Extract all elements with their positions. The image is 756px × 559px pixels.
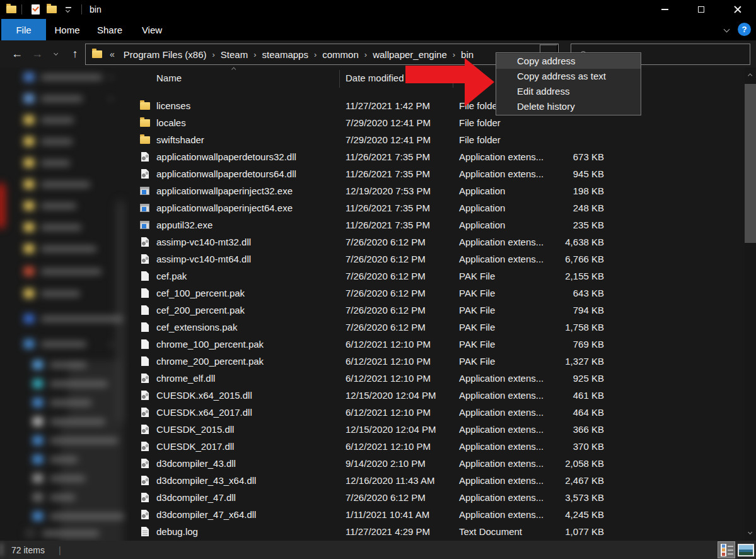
address-bar[interactable]: « Program Files (x86)›Steam›steamapps›co… — [85, 44, 559, 65]
file-row[interactable]: chrome_100_percent.pak6/12/2021 12:10 PM… — [132, 336, 745, 353]
file-row[interactable]: cef_100_percent.pak7/26/2020 6:12 PMPAK … — [132, 285, 745, 302]
file-row[interactable]: swiftshader7/29/2020 12:41 PMFile folder — [132, 131, 745, 148]
qat-properties-button[interactable] — [27, 1, 44, 18]
dll-file-icon — [141, 391, 149, 400]
file-row[interactable]: d3dcompiler_47_x64.dll1/11/2021 10:41 AM… — [132, 506, 745, 523]
breadcrumb-item[interactable]: Steam — [216, 44, 253, 64]
breadcrumb-item[interactable]: steamapps — [257, 44, 313, 64]
file-name: CUESDK.x64_2017.dll — [156, 404, 252, 421]
details-view-button[interactable] — [718, 541, 735, 558]
file-row[interactable]: assimp-vc140-mt64.dll7/26/2020 6:12 PMAp… — [132, 250, 745, 268]
scroll-up-button[interactable] — [745, 68, 756, 80]
file-row[interactable]: CUESDK.x64_2015.dll12/15/2020 12:04 PMAp… — [132, 387, 745, 404]
sidebar-item[interactable] — [33, 510, 124, 522]
file-row[interactable]: d3dcompiler_43.dll9/14/2020 2:10 PMAppli… — [132, 455, 745, 472]
sidebar-item-label — [42, 531, 99, 536]
column-divider[interactable] — [339, 70, 340, 88]
titlebar-divider — [81, 4, 82, 15]
breadcrumb-root-chevron[interactable]: « — [110, 49, 115, 59]
context-menu-item[interactable]: Edit address — [496, 84, 641, 99]
file-row[interactable]: apputil32.exe11/26/2021 7:35 PMApplicati… — [132, 216, 745, 233]
column-header-date-modified[interactable]: Date modified — [346, 73, 404, 83]
context-menu-item[interactable]: Copy address — [496, 54, 641, 69]
sidebar-item[interactable] — [24, 266, 102, 277]
sidebar-item[interactable] — [24, 313, 123, 324]
back-button[interactable]: ← — [8, 44, 26, 63]
file-size: 366 KB — [491, 421, 604, 438]
sidebar-item-label — [41, 96, 83, 102]
sidebar-item[interactable] — [24, 71, 112, 83]
breadcrumb-item[interactable]: wallpaper_engine — [368, 44, 452, 64]
file-row[interactable]: licenses11/27/2021 1:42 PMFile folder — [132, 97, 745, 114]
dll-file-icon — [141, 254, 149, 264]
file-row[interactable]: cef_200_percent.pak7/26/2020 6:12 PMPAK … — [132, 302, 745, 319]
expand-ribbon-chevron-icon[interactable] — [724, 26, 730, 33]
sidebar-item[interactable] — [33, 359, 86, 370]
file-row[interactable]: CUESDK.x64_2017.dll6/12/2021 12:10 PMApp… — [132, 404, 745, 421]
sidebar-item[interactable] — [24, 93, 112, 104]
sidebar-item[interactable] — [24, 114, 74, 126]
close-button[interactable] — [719, 0, 756, 19]
scroll-down-button[interactable] — [745, 528, 756, 541]
file-row[interactable]: locales7/29/2020 12:41 PMFile folder — [132, 114, 745, 131]
file-row[interactable]: debug.log11/27/2021 4:29 PMText Document… — [132, 523, 745, 540]
file-row[interactable]: CUESDK_2017.dll6/12/2021 12:10 PMApplica… — [132, 438, 745, 455]
file-row[interactable]: chrome_200_percent.pak6/12/2021 12:10 PM… — [132, 353, 745, 370]
column-divider[interactable] — [453, 70, 453, 88]
tab-home[interactable]: Home — [46, 19, 88, 40]
maximize-button[interactable] — [683, 0, 719, 19]
sidebar-item[interactable] — [24, 179, 90, 190]
sidebar-item[interactable] — [24, 338, 112, 350]
file-row[interactable]: chrome_elf.dll6/12/2021 12:10 PMApplicat… — [132, 370, 745, 387]
help-button[interactable]: ? — [738, 23, 751, 36]
breadcrumb-item[interactable]: Program Files (x86) — [119, 44, 212, 64]
file-row[interactable]: applicationwallpaperinject32.exe12/19/20… — [132, 182, 745, 199]
file-row[interactable]: applicationwallpaperdetours32.dll11/26/2… — [132, 148, 745, 165]
tab-share[interactable]: Share — [88, 19, 131, 40]
sidebar-item[interactable] — [24, 221, 81, 233]
sidebar-item[interactable] — [24, 243, 96, 254]
file-row[interactable]: d3dcompiler_43_x64.dll12/16/2020 11:43 A… — [132, 472, 745, 489]
scrollbar-thumb[interactable] — [745, 84, 756, 243]
file-row[interactable]: CUESDK_2015.dll12/15/2020 12:04 PMApplic… — [132, 421, 745, 438]
sidebar-item[interactable] — [33, 435, 118, 446]
file-date: 7/29/2020 12:41 PM — [346, 114, 431, 131]
qat-new-folder-button[interactable] — [44, 1, 60, 18]
file-size: 769 KB — [491, 336, 604, 353]
thumbnail-view-button[interactable] — [738, 544, 754, 556]
context-menu-item[interactable]: Copy address as text — [496, 69, 641, 84]
qat-customize-button[interactable] — [60, 1, 76, 18]
sidebar-item[interactable] — [24, 157, 70, 168]
sidebar-item[interactable] — [33, 397, 91, 408]
file-row[interactable]: assimp-vc140-mt32.dll7/26/2020 6:12 PMAp… — [132, 233, 745, 250]
sidebar-item[interactable] — [24, 136, 73, 147]
sidebar-item[interactable] — [33, 491, 75, 503]
column-header-name[interactable]: Name — [156, 73, 182, 83]
file-row[interactable]: cef_extensions.pak7/26/2020 6:12 PMPAK F… — [132, 319, 745, 336]
sidebar-item[interactable] — [33, 378, 108, 389]
file-size: 198 KB — [491, 182, 604, 199]
file-row[interactable]: applicationwallpaperinject64.exe11/26/20… — [132, 199, 745, 216]
sidebar-item[interactable] — [33, 416, 105, 427]
vertical-scrollbar[interactable] — [745, 68, 756, 541]
file-row[interactable]: cef.pak7/26/2020 6:12 PMPAK File2,155 KB — [132, 268, 745, 285]
tab-view[interactable]: View — [131, 19, 173, 40]
column-header-type[interactable]: Type — [459, 73, 480, 83]
recent-locations-button[interactable] — [47, 44, 66, 63]
pak-file-icon — [141, 288, 149, 298]
breadcrumb-item[interactable]: bin — [456, 44, 479, 64]
forward-button[interactable]: → — [28, 44, 47, 63]
file-row[interactable]: d3dcompiler_47.dll7/26/2020 6:12 PMAppli… — [132, 489, 745, 506]
file-row[interactable]: applicationwallpaperdetours64.dll11/26/2… — [132, 165, 745, 182]
sidebar-item[interactable] — [24, 200, 76, 211]
pak-file-icon — [141, 339, 149, 349]
up-button[interactable]: ↑ — [66, 44, 84, 63]
context-menu-item[interactable]: Delete history — [496, 99, 641, 114]
sidebar-item[interactable] — [24, 288, 80, 299]
sidebar-item[interactable] — [25, 527, 99, 539]
breadcrumb-item[interactable]: common — [317, 44, 364, 64]
sidebar-item[interactable] — [33, 454, 78, 465]
sidebar-item[interactable] — [33, 473, 85, 484]
minimize-button[interactable] — [646, 0, 683, 19]
tab-file[interactable]: File — [1, 19, 46, 40]
